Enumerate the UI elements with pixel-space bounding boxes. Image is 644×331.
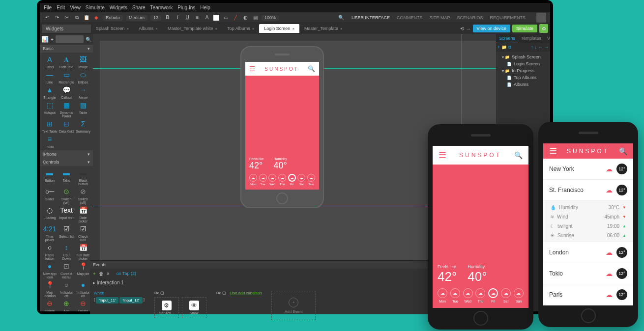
widget-data-grid[interactable]: ⊟Data Grid	[59, 119, 74, 133]
tab-master-white[interactable]: Master_Template white×	[163, 24, 222, 33]
input-chip-1[interactable]: 'Input_11'	[96, 297, 118, 303]
category-basic[interactable]: Basic▾	[40, 45, 93, 53]
up-icon[interactable]: ↑	[531, 45, 533, 50]
border-icon[interactable]: ▭	[222, 14, 229, 21]
tab-variables[interactable]: Variables	[544, 34, 550, 43]
search-icon[interactable]: 🔍	[86, 37, 91, 42]
copy-icon[interactable]: ⧉	[73, 14, 80, 21]
tab-top-albums[interactable]: Top Albums×	[222, 24, 259, 33]
widget-delete-centered[interactable]: ⊖Delete centered	[75, 299, 91, 311]
tree-albums[interactable]: 📄Albums	[498, 81, 548, 88]
add-event-button[interactable]: +Add Event	[271, 291, 316, 320]
menu-simulate[interactable]: Simulate	[86, 5, 105, 10]
widget-callout[interactable]: 💬Callout	[59, 85, 74, 99]
city-row[interactable]: Tokio☁12°	[543, 263, 633, 284]
stroke-icon[interactable]: ╱	[232, 14, 239, 21]
widget-search[interactable]	[56, 35, 84, 43]
widget-indicator-off[interactable]: ○Indicator off	[59, 280, 74, 298]
nav-back-icon[interactable]: ⟲	[460, 26, 464, 31]
widget-rich-text[interactable]: 𝐀Rich Text	[59, 55, 74, 69]
widget-ellipse[interactable]: ⬭Ellipse	[75, 70, 91, 84]
tab-login[interactable]: Login Screen×	[259, 24, 299, 33]
widget-summary[interactable]: ΣSummary	[75, 119, 91, 133]
widget-table[interactable]: ▤Table	[75, 100, 91, 118]
day-fri[interactable]: ☁Fri	[488, 288, 498, 303]
city-row[interactable]: Paris☁12°	[543, 284, 633, 305]
widget-input-text[interactable]: TextInput text	[59, 205, 74, 223]
widget-tabs[interactable]: ▬Tabs	[59, 168, 74, 186]
add-event-icon[interactable]: +	[93, 271, 96, 276]
menu-share[interactable]: Share	[132, 5, 146, 10]
search-icon[interactable]: 🔍	[514, 151, 523, 159]
input-chip-2[interactable]: 'Input_12'	[119, 297, 142, 303]
paste-icon[interactable]: 📋	[83, 14, 90, 21]
day-sat[interactable]: ☁Sat	[297, 174, 305, 186]
widget-up---down[interactable]: ↕Up / Down	[59, 243, 74, 260]
right-icon[interactable]: →	[544, 45, 549, 50]
align-icon[interactable]: ≡	[194, 14, 201, 21]
menu-file[interactable]: File	[44, 5, 52, 10]
widget-switch--off-[interactable]: ⊘Switch (off)	[75, 187, 91, 204]
widget-hotspot[interactable]: ⬚Hotspot	[42, 100, 58, 118]
tab-splash[interactable]: Splash Screen×	[91, 24, 134, 33]
else-link[interactable]: Else add condition	[230, 291, 262, 295]
italic-icon[interactable]: I	[174, 14, 181, 21]
day-sun[interactable]: ☁Sun	[514, 288, 524, 303]
category-controls[interactable]: Controls▾	[40, 158, 93, 166]
delete-event-icon[interactable]: 🗑	[99, 271, 104, 276]
when-link[interactable]: When	[94, 291, 145, 295]
avatar[interactable]	[536, 13, 546, 23]
hamburger-icon[interactable]: ☰	[549, 146, 557, 157]
text-color-icon[interactable]: A	[204, 14, 210, 21]
tab-master[interactable]: Master_Template×	[299, 24, 348, 33]
close-event-icon[interactable]: ×	[107, 271, 110, 276]
widget-date-picker[interactable]: 📅Date picker	[75, 205, 91, 223]
widget-new-app-icon[interactable]: ●New app icon	[42, 261, 58, 279]
undo-icon[interactable]: ↶	[44, 14, 51, 21]
widget-image[interactable]: 🖼Image	[75, 55, 91, 69]
hamburger-icon[interactable]: ☰	[439, 150, 446, 161]
widget-triangle[interactable]: ▲Triangle	[42, 85, 58, 99]
day-sat[interactable]: ☁Sat	[501, 288, 511, 303]
menu-teamwork[interactable]: Teamwork	[150, 5, 173, 10]
city-row[interactable]: New York☁12°	[543, 159, 633, 180]
zoom-select[interactable]: 100%	[262, 15, 279, 21]
tree-in-progress[interactable]: ▾ 📁In Progress	[498, 67, 548, 74]
size-select[interactable]: 12	[150, 15, 161, 21]
widget-full-date-picker[interactable]: 📅Full date picker	[75, 243, 91, 260]
city-row[interactable]: London☁12°	[543, 242, 633, 263]
widget-slider[interactable]: ○─Slider	[42, 187, 58, 204]
widget-context-menu[interactable]: ⊡Context menu	[59, 261, 74, 279]
tree-login-screen[interactable]: 📄Login Screen	[498, 60, 548, 67]
day-sun[interactable]: ☁Sun	[307, 174, 315, 186]
day-tue[interactable]: ☁Tue	[259, 174, 267, 186]
widget-radio-button[interactable]: ○Radio button	[42, 243, 58, 260]
widget-switch--on-[interactable]: ⊙Switch (on)	[59, 187, 74, 204]
nav-ui[interactable]: USER INTERFACE	[351, 15, 390, 20]
folder-icon[interactable]: 📁	[501, 45, 507, 50]
widget-text-table[interactable]: ⊞Text Table	[42, 119, 58, 133]
widget-arrow[interactable]: →Arrow	[75, 85, 91, 99]
simulate-button[interactable]: Simulate	[512, 25, 537, 32]
shadow-icon[interactable]: ▤	[252, 14, 259, 21]
widget-select-list[interactable]: ☑Select list	[59, 224, 74, 242]
bold-icon[interactable]: B	[164, 14, 171, 21]
city-row[interactable]: St. Francisco☁12°	[543, 180, 633, 201]
widget-time-picker[interactable]: 4:21Time picker	[42, 224, 58, 242]
tab-templates[interactable]: Templates	[518, 34, 544, 43]
menu-help[interactable]: Help	[200, 5, 210, 10]
redo-icon[interactable]: ↷	[54, 14, 60, 21]
nav-comments[interactable]: COMMENTS	[397, 15, 423, 20]
day-thu[interactable]: ☁Thu	[475, 288, 485, 303]
event-tab[interactable]: on Tap (2)	[113, 270, 140, 277]
view-device-button[interactable]: View on device	[473, 25, 510, 32]
hamburger-icon[interactable]: ☰	[249, 65, 256, 73]
menu-plugins[interactable]: Plug-ins	[177, 5, 195, 10]
menu-widgets[interactable]: Widgets	[110, 5, 127, 10]
day-tue[interactable]: ☁Tue	[450, 288, 460, 303]
action-show[interactable]: 👁Show	[182, 297, 206, 318]
widget-dynamic-panel[interactable]: ▦Dynamic Panel	[59, 100, 74, 118]
fill-swatch[interactable]	[213, 15, 219, 21]
day-mon[interactable]: ☁Mon	[249, 174, 257, 186]
add-screen-icon[interactable]: +	[498, 45, 500, 50]
